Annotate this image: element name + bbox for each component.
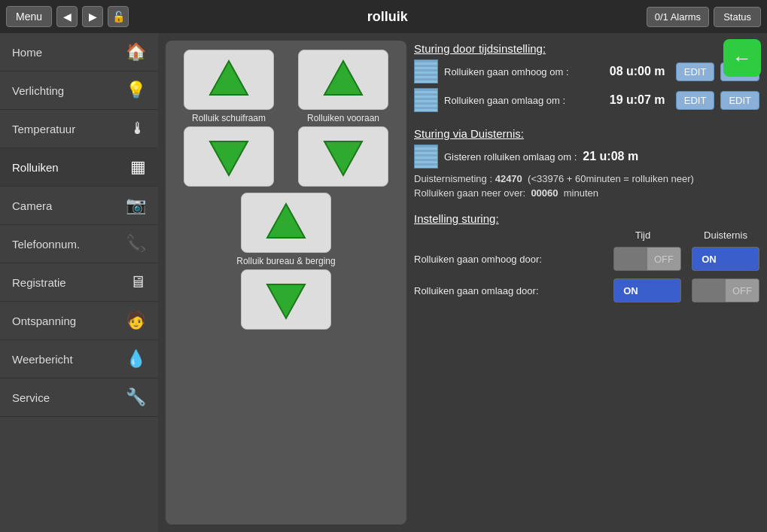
svg-marker-3 xyxy=(324,141,362,175)
sidebar-item-telefoonnum[interactable]: Telefoonnum. 📞 xyxy=(0,225,158,263)
omlaag-edit2-button[interactable]: EDIT xyxy=(720,91,759,110)
neer-label: Rolluiken gaan neer over: xyxy=(414,187,525,199)
weerbericht-icon: 💧 xyxy=(126,349,146,369)
menu-button[interactable]: Menu xyxy=(6,6,52,27)
topbar: Menu ◀ ▶ 🔓 rolluik 0/1 Alarms Status xyxy=(0,0,767,33)
omlaag-duisternis-toggle[interactable]: OFF xyxy=(692,278,759,302)
omlaag-toggle-off xyxy=(692,279,726,302)
vooraan-down-button[interactable] xyxy=(298,126,388,187)
gisteren-label: Gisteren rolluiken omlaag om : xyxy=(444,151,577,163)
sidebar-item-home[interactable]: Home 🏠 xyxy=(0,33,158,71)
omhoog-edit1-button[interactable]: EDIT xyxy=(676,62,715,81)
schuifraam-down-button[interactable] xyxy=(184,126,274,187)
time-control-title: Sturing door tijdsinstelling: xyxy=(414,42,759,55)
gisteren-row: Gisteren rolluiken omlaag om : 21 u:08 m xyxy=(414,144,759,169)
omlaag-time: 19 u:07 m xyxy=(610,93,670,107)
control-row-2: Rolluik bureau & berging xyxy=(175,193,397,330)
sidebar-label-temperatuur: Temperatuur xyxy=(12,123,75,135)
shutter-icon-gisteren xyxy=(414,144,438,169)
alarms-button[interactable]: 0/1 Alarms xyxy=(647,7,709,27)
lock-button[interactable]: 🔓 xyxy=(108,6,129,27)
home-icon: 🏠 xyxy=(126,42,146,62)
telefoon-icon: 📞 xyxy=(126,234,146,254)
sidebar-label-home: Home xyxy=(12,46,42,59)
back-button[interactable]: ← xyxy=(723,39,761,77)
sidebar-label-camera: Camera xyxy=(12,199,52,212)
instelling-omhoog-row: Rolluiken gaan omhoog door: OFF ON xyxy=(414,247,759,271)
sidebar-label-verlichting: Verlichting xyxy=(12,84,64,97)
gisteren-time: 21 u:08 m xyxy=(583,150,638,163)
omlaag-toggle-on-side xyxy=(647,279,680,302)
service-icon: 🔧 xyxy=(126,388,146,407)
neer-value: 00060 xyxy=(531,187,558,199)
sidebar-item-registratie[interactable]: Registratie 🖥 xyxy=(0,263,158,302)
instelling-omlaag-label: Rolluiken gaan omlaag door: xyxy=(414,285,613,296)
instelling-section: Instelling sturing: Tijd Duisternis Roll… xyxy=(414,212,759,302)
omhoog-label: Rolluiken gaan omhoog om : xyxy=(444,66,604,78)
meting-value: 42470 xyxy=(495,173,522,184)
duisternis-title: Sturing via Duisternis: xyxy=(414,127,759,140)
toggle-off-side: OFF xyxy=(647,248,680,270)
back-nav-button[interactable]: ◀ xyxy=(56,6,78,27)
sidebar-label-service: Service xyxy=(12,391,50,404)
omlaag-edit1-button[interactable]: EDIT xyxy=(676,91,715,110)
omlaag-tijd-toggle[interactable]: ON xyxy=(613,278,681,302)
rolluiken-icon: ▦ xyxy=(130,157,146,177)
svg-marker-2 xyxy=(324,61,362,95)
control-group-schuifraam: Rolluik schuifraam xyxy=(175,50,283,187)
control-group-bureau: Rolluik bureau & berging xyxy=(175,193,397,330)
camera-icon: 📷 xyxy=(126,196,146,215)
right-panel: Sturing door tijdsinstelling: Rolluiken … xyxy=(414,41,759,524)
neer-unit: minuten xyxy=(564,187,598,199)
sidebar-item-camera[interactable]: Camera 📷 xyxy=(0,187,158,225)
svg-marker-0 xyxy=(210,61,248,95)
instelling-omlaag-row: Rolluiken gaan omlaag door: ON OFF xyxy=(414,278,759,302)
sidebar-item-rolluiken[interactable]: Rolluiken ▦ xyxy=(0,148,158,187)
bureau-up-button[interactable] xyxy=(241,193,331,253)
sidebar-item-ontspanning[interactable]: Ontspanning 🧑 xyxy=(0,302,158,340)
omlaag-label: Rolluiken gaan omlaag om : xyxy=(444,95,604,106)
neer-row: Rolluiken gaan neer over: 00060 minuten xyxy=(414,187,759,199)
sidebar-label-ontspanning: Ontspanning xyxy=(12,315,76,327)
omhoog-duisternis-toggle[interactable]: ON xyxy=(692,247,759,271)
shutter-icon-omlaag xyxy=(414,88,438,112)
registratie-icon: 🖥 xyxy=(129,272,146,292)
meting-extra: (<33976 + 60minuten = rolluiken neer) xyxy=(528,173,694,184)
omlaag-row: Rolluiken gaan omlaag om : 19 u:07 m EDI… xyxy=(414,88,759,112)
col-tijd-label: Tijd xyxy=(609,230,677,241)
svg-marker-1 xyxy=(210,141,248,175)
instelling-omhoog-label: Rolluiken gaan omhoog door: xyxy=(414,254,613,265)
schuifraam-label: Rolluik schuifraam xyxy=(192,113,266,123)
forward-nav-button[interactable]: ▶ xyxy=(82,6,103,27)
omhoog-time: 08 u:00 m xyxy=(610,65,670,78)
sidebar-item-temperatuur[interactable]: Temperatuur 🌡 xyxy=(0,110,158,148)
toggle-on-side xyxy=(726,248,759,270)
controls-panel: Rolluik schuifraam Rolluiken vooraan xyxy=(166,41,406,524)
verlichting-icon: 💡 xyxy=(126,81,146,100)
shutter-icon-omhoog xyxy=(414,59,438,84)
status-button[interactable]: Status xyxy=(714,7,761,27)
time-control-section: Sturing door tijdsinstelling: Rolluiken … xyxy=(414,42,759,117)
bureau-down-button[interactable] xyxy=(241,269,331,330)
vooraan-label: Rolluiken vooraan xyxy=(307,113,379,123)
omlaag-toggle-on: ON xyxy=(614,279,647,302)
instelling-title: Instelling sturing: xyxy=(414,212,759,225)
page-title: rolluik xyxy=(367,9,408,25)
toggle-on-label: ON xyxy=(692,248,726,270)
sidebar-item-service[interactable]: Service 🔧 xyxy=(0,378,158,417)
omhoog-row: Rolluiken gaan omhoog om : 08 u:00 m EDI… xyxy=(414,59,759,84)
sidebar-item-verlichting[interactable]: Verlichting 💡 xyxy=(0,71,158,110)
col-duisternis-label: Duisternis xyxy=(692,230,759,241)
bureau-label: Rolluik bureau & berging xyxy=(236,256,335,266)
toggle-off-label xyxy=(614,248,647,270)
sidebar-item-weerbericht[interactable]: Weerbericht 💧 xyxy=(0,340,158,378)
meting-row: Duisternismeting : 42470 (<33976 + 60min… xyxy=(414,173,759,184)
omhoog-tijd-toggle[interactable]: OFF xyxy=(613,247,681,271)
ontspanning-icon: 🧑 xyxy=(126,311,146,330)
control-row-1: Rolluik schuifraam Rolluiken vooraan xyxy=(175,50,397,187)
omlaag-toggle-off-side: OFF xyxy=(726,279,759,302)
control-group-vooraan: Rolluiken vooraan xyxy=(289,50,397,187)
vooraan-up-button[interactable] xyxy=(298,50,388,110)
duisternis-section: Sturing via Duisternis: Gisteren rolluik… xyxy=(414,127,759,202)
schuifraam-up-button[interactable] xyxy=(184,50,274,110)
